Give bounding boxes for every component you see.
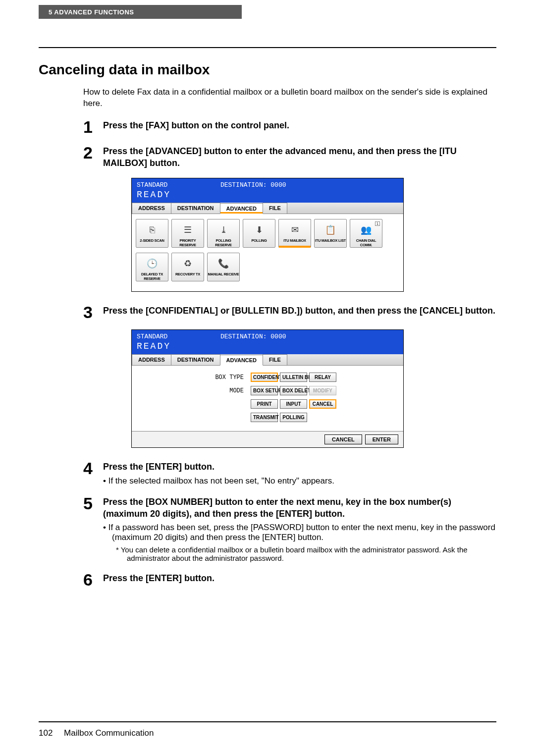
footer-rule — [39, 721, 496, 722]
priority-reserve-button[interactable]: ☰PRIORITY RESERVE — [171, 219, 204, 248]
step-note: If a password has been set, press the [P… — [112, 523, 496, 542]
step-number: 4 — [83, 460, 103, 486]
fax-header: STANDARD DESTINATION: 0000 READY — [132, 178, 403, 203]
enter-button[interactable]: ENTER — [365, 434, 398, 444]
cancel-button[interactable]: CANCEL — [324, 434, 362, 444]
fax-tabs: ADDRESS DESTINATION ADVANCED FILE — [132, 354, 403, 366]
tab-destination[interactable]: DESTINATION — [171, 354, 220, 365]
fax-tabs: ADDRESS DESTINATION ADVANCED FILE — [132, 203, 403, 214]
step-subnote: You can delete a confidential mailbox or… — [127, 545, 496, 562]
top-rule — [39, 47, 496, 48]
fax-header: STANDARD DESTINATION: 0000 READY — [132, 330, 403, 354]
cancel-mode-button[interactable]: CANCEL — [309, 399, 336, 409]
step-5: 5 Press the [BOX NUMBER] button to enter… — [83, 495, 496, 563]
step-3: 3 Press the [CONFIDENTIAL] or [BULLETIN … — [83, 304, 496, 321]
section-title: Canceling data in mailbox — [39, 62, 496, 78]
ready-label: READY — [137, 190, 398, 200]
step-number: 3 — [83, 304, 103, 321]
itu-footer: CANCEL ENTER — [132, 431, 403, 447]
step-number: 5 — [83, 495, 103, 563]
phone-icon: 📞 — [208, 255, 239, 272]
confidential-button[interactable]: CONFIDENTIAL — [251, 373, 278, 382]
page-footer: 102 Mailbox Communication — [39, 728, 154, 738]
box-delete-button[interactable]: BOX DELETE — [280, 386, 307, 395]
fax-screen-itu-mailbox: STANDARD DESTINATION: 0000 READY ADDRESS… — [131, 329, 404, 448]
tab-file[interactable]: FILE — [263, 203, 287, 214]
tab-destination[interactable]: DESTINATION — [171, 203, 220, 214]
fax-screen-advanced: STANDARD DESTINATION: 0000 READY ADDRESS… — [131, 178, 404, 292]
chapter-tab: 5 ADVANCED FUNCTIONS — [39, 5, 242, 19]
step-number: 2 — [83, 144, 103, 169]
tab-advanced[interactable]: ADVANCED — [220, 203, 264, 214]
relay-button[interactable]: RELAY — [309, 373, 336, 382]
print-button[interactable]: PRINT — [251, 399, 278, 409]
step-number: 6 — [83, 571, 103, 588]
two-sided-scan-button[interactable]: ⎘2-SIDED SCAN — [136, 219, 168, 248]
page-number: 102 — [39, 728, 53, 738]
destination-label: DESTINATION: 0000 — [220, 333, 286, 340]
tab-address[interactable]: ADDRESS — [132, 203, 171, 214]
step-6: 6 Press the [ENTER] button. — [83, 571, 496, 588]
fax-body: ⎘2-SIDED SCAN ☰PRIORITY RESERVE ⤓POLLING… — [132, 214, 403, 291]
footer-title: Mailbox Communication — [64, 728, 154, 738]
mode-label: STANDARD — [137, 333, 167, 340]
bulletin-button[interactable]: ULLETIN BD. — [280, 373, 307, 382]
chain-dial-button[interactable]: 1👥CHAIN DIAL COMM. — [350, 219, 382, 248]
down-tray-icon: ⤓ — [208, 221, 239, 238]
manual-receive-button[interactable]: 📞MANUAL RECEIVE — [207, 253, 240, 281]
step-heading: Press the [FAX] button on the control pa… — [103, 119, 496, 131]
mode-label: MODE — [137, 387, 251, 394]
step-2: 2 Press the [ADVANCED] button to enter t… — [83, 144, 496, 169]
list-icon: ☰ — [172, 221, 204, 238]
destination-label: DESTINATION: 0000 — [220, 181, 286, 189]
mode-label: STANDARD — [137, 181, 167, 189]
tab-advanced[interactable]: ADVANCED — [220, 355, 264, 366]
itu-mailbox-list-button[interactable]: 📋ITU MAILBOX LIST — [314, 219, 347, 248]
step-1: 1 Press the [FAX] button on the control … — [83, 118, 496, 135]
step-heading: Press the [ENTER] button. — [103, 572, 496, 584]
down-arrow-icon: ⬇ — [243, 221, 275, 238]
step-heading: Press the [BOX NUMBER] button to enter t… — [103, 496, 496, 520]
intro-text: How to delete Fax data in a confidential… — [83, 87, 496, 109]
mailbox-list-icon: 📋 — [315, 221, 346, 238]
mailbox-icon: ✉ — [279, 221, 311, 238]
recycle-icon: ♻ — [172, 255, 204, 272]
transmit-button[interactable]: TRANSMIT — [251, 413, 278, 422]
step-heading: Press the [CONFIDENTIAL] or [BULLETIN BD… — [103, 305, 496, 317]
page-content: Canceling data in mailbox How to delete … — [39, 47, 496, 597]
pages-icon: ⎘ — [136, 221, 168, 238]
clock-icon: 🕒 — [136, 255, 168, 272]
tab-address[interactable]: ADDRESS — [132, 354, 171, 365]
polling-button[interactable]: ⬇POLLING — [243, 219, 275, 248]
box-setup-button[interactable]: BOX SETUP — [251, 386, 278, 395]
polling-reserve-button[interactable]: ⤓POLLING RESERVE — [207, 219, 240, 248]
recovery-tx-button[interactable]: ♻RECOVERY TX — [171, 253, 204, 281]
step-number: 1 — [83, 118, 103, 135]
step-heading: Press the [ENTER] button. — [103, 461, 496, 473]
step-heading: Press the [ADVANCED] button to enter the… — [103, 145, 496, 169]
step-4: 4 Press the [ENTER] button. If the selec… — [83, 460, 496, 486]
input-button[interactable]: INPUT — [280, 399, 307, 409]
delayed-tx-button[interactable]: 🕒DELAYED TX RESERVE — [136, 253, 168, 281]
itu-mailbox-button[interactable]: ✉ITU MAILBOX — [278, 219, 311, 248]
tab-file[interactable]: FILE — [263, 354, 287, 365]
box-type-label: BOX TYPE — [137, 374, 251, 381]
ready-label: READY — [137, 341, 398, 351]
itu-body: BOX TYPE CONFIDENTIAL ULLETIN BD. RELAY … — [132, 366, 403, 431]
polling-mode-button[interactable]: POLLING — [280, 413, 307, 422]
modify-button: MODIFY — [309, 386, 336, 395]
step-note: If the selected mailbox has not been set… — [112, 476, 496, 486]
